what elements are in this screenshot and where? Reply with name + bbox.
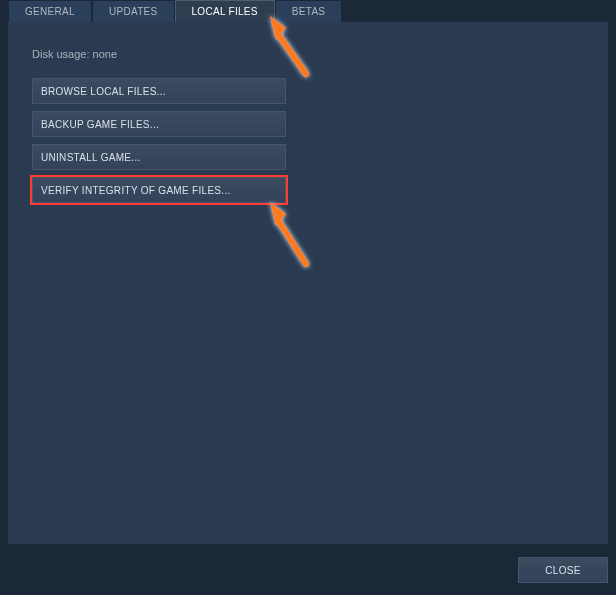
footer: CLOSE [518,557,608,583]
content-panel: Disk usage: none BROWSE LOCAL FILES... B… [8,22,608,544]
backup-game-files-button[interactable]: BACKUP GAME FILES... [32,111,286,137]
close-button[interactable]: CLOSE [518,557,608,583]
browse-local-files-button[interactable]: BROWSE LOCAL FILES... [32,78,286,104]
tab-updates[interactable]: UPDATES [92,0,175,22]
uninstall-game-button[interactable]: UNINSTALL GAME... [32,144,286,170]
tab-general[interactable]: GENERAL [8,0,92,22]
tab-local-files[interactable]: LOCAL FILES [175,0,275,22]
tabs-bar: GENERAL UPDATES LOCAL FILES BETAS [0,0,616,22]
disk-usage-label: Disk usage: none [32,48,584,60]
verify-integrity-button[interactable]: VERIFY INTEGRITY OF GAME FILES... [32,177,286,203]
tab-betas[interactable]: BETAS [275,0,343,22]
